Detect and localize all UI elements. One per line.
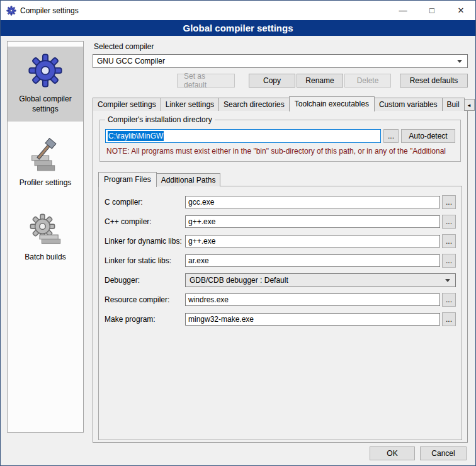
profiler-hammer-icon — [28, 138, 62, 172]
bin-subdirectory-note: NOTE: All programs must exist either in … — [106, 147, 454, 156]
cpp-compiler-label: C++ compiler: — [105, 217, 185, 226]
window-controls: — □ ✕ — [388, 1, 475, 20]
cpp-compiler-input[interactable]: g++.exe — [185, 215, 440, 228]
debugger-row: Debugger: GDB/CDB debugger : Default — [105, 273, 456, 287]
make-program-label: Make program: — [105, 315, 185, 324]
sidebar-item-label: Batch builds — [9, 253, 81, 263]
linker-static-label: Linker for static libs: — [105, 256, 185, 265]
linker-dynamic-input[interactable]: g++.exe — [185, 235, 440, 247]
dialog-body: Global compiler settings Profiler settin… — [1, 36, 475, 465]
toolchain-subtab-bar: Program Files Additional Paths — [98, 172, 462, 186]
sidebar-item-profiler-settings[interactable]: Profiler settings — [8, 132, 83, 196]
make-program-row: Make program: mingw32-make.exe ... — [105, 312, 456, 326]
cpp-compiler-value: g++.exe — [188, 217, 215, 226]
maximize-button[interactable]: □ — [417, 1, 446, 20]
tab-compiler-settings[interactable]: Compiler settings — [93, 98, 161, 111]
auto-detect-button[interactable]: Auto-detect — [401, 129, 455, 143]
cpp-compiler-row: C++ compiler: g++.exe ... — [105, 215, 456, 229]
installation-directory-input[interactable]: C:\raylib\MinGW — [105, 129, 381, 143]
linker-static-browse-button[interactable]: ... — [442, 254, 456, 268]
minimize-icon: — — [399, 6, 407, 15]
cancel-button[interactable]: Cancel — [420, 446, 467, 460]
tab-toolchain-executables[interactable]: Toolchain executables — [289, 96, 375, 111]
set-as-default-button[interactable]: Set as default — [177, 74, 235, 88]
reset-defaults-button[interactable]: Reset defaults — [400, 74, 468, 88]
linker-dynamic-label: Linker for dynamic libs: — [105, 237, 185, 246]
arrow-left-icon: ◂ — [468, 102, 471, 108]
debugger-combobox[interactable]: GDB/CDB debugger : Default — [185, 273, 456, 287]
linker-dynamic-browse-button[interactable]: ... — [442, 234, 456, 248]
delete-button[interactable]: Delete — [344, 74, 391, 88]
tab-scroll-buttons: ◂ ▸ — [464, 99, 476, 111]
installation-directory-value: C:\raylib\MinGW — [108, 131, 164, 141]
tab-linker-settings[interactable]: Linker settings — [161, 98, 219, 111]
installation-directory-groupbox: Compiler's installation directory C:\ray… — [99, 120, 461, 162]
chevron-down-icon — [457, 60, 462, 63]
installation-directory-browse-button[interactable]: ... — [383, 129, 399, 143]
program-files-section: Program Files Additional Paths C compile… — [98, 172, 462, 440]
maximize-icon: □ — [429, 6, 434, 15]
tab-scroll-left-button[interactable]: ◂ — [464, 99, 475, 111]
linker-dynamic-row: Linker for dynamic libs: g++.exe ... — [105, 234, 456, 248]
installation-directory-row: C:\raylib\MinGW ... Auto-detect — [105, 129, 455, 143]
ok-button[interactable]: OK — [370, 446, 415, 460]
main-panel: Selected compiler GNU GCC Compiler Set a… — [93, 40, 468, 443]
app-gear-icon — [6, 6, 16, 16]
resource-compiler-label: Resource compiler: — [105, 295, 185, 304]
sidebar-item-batch-builds[interactable]: Batch builds — [8, 206, 83, 270]
compiler-settings-window: Compiler settings — □ ✕ Global compiler … — [0, 0, 476, 466]
debugger-label: Debugger: — [105, 276, 185, 285]
make-program-input[interactable]: mingw32-make.exe — [185, 313, 440, 326]
sidebar-item-label: Global compiler settings — [9, 94, 81, 114]
sidebar-item-label: Profiler settings — [9, 178, 81, 188]
linker-dynamic-value: g++.exe — [188, 237, 215, 246]
subtab-program-files[interactable]: Program Files — [98, 172, 157, 187]
selected-compiler-combobox[interactable]: GNU GCC Compiler — [93, 54, 468, 68]
resource-compiler-input[interactable]: windres.exe — [185, 293, 440, 306]
linker-static-input[interactable]: ar.exe — [185, 254, 440, 267]
linker-static-row: Linker for static libs: ar.exe ... — [105, 254, 456, 268]
close-icon: ✕ — [458, 6, 465, 15]
dialog-footer: OK Cancel — [370, 446, 467, 460]
subtab-additional-paths[interactable]: Additional Paths — [156, 173, 221, 186]
blue-gear-icon — [28, 53, 63, 88]
c-compiler-row: C compiler: gcc.exe ... — [105, 195, 456, 209]
toolchain-executables-page: Compiler's installation directory C:\ray… — [93, 110, 468, 443]
c-compiler-label: C compiler: — [105, 198, 185, 207]
gray-gear-stack-icon — [28, 212, 62, 246]
resource-compiler-value: windres.exe — [188, 295, 229, 304]
installation-directory-title: Compiler's installation directory — [105, 115, 215, 124]
chevron-down-icon — [445, 279, 450, 282]
selected-compiler-caption: Selected compiler — [94, 42, 468, 51]
cpp-compiler-browse-button[interactable]: ... — [442, 215, 456, 229]
c-compiler-value: gcc.exe — [188, 198, 214, 207]
program-files-page: C compiler: gcc.exe ... C++ compiler: g+… — [98, 186, 462, 440]
linker-static-value: ar.exe — [188, 256, 209, 265]
resource-compiler-browse-button[interactable]: ... — [442, 293, 456, 307]
resource-compiler-row: Resource compiler: windres.exe ... — [105, 293, 456, 307]
copy-button[interactable]: Copy — [249, 74, 295, 88]
title-bar: Compiler settings — □ ✕ — [1, 1, 475, 20]
settings-sidebar: Global compiler settings Profiler settin… — [7, 41, 84, 433]
close-button[interactable]: ✕ — [446, 1, 475, 20]
tab-build-options-truncated[interactable]: Buil — [442, 98, 465, 111]
sidebar-item-global-compiler-settings[interactable]: Global compiler settings — [8, 47, 83, 122]
rename-button[interactable]: Rename — [297, 74, 343, 88]
compiler-buttons-row: Set as default Copy Rename Delete Reset … — [93, 74, 468, 88]
debugger-value: GDB/CDB debugger : Default — [190, 276, 288, 285]
settings-tab-bar: Compiler settings Linker settings Search… — [93, 96, 468, 111]
minimize-button[interactable]: — — [388, 1, 417, 20]
make-program-browse-button[interactable]: ... — [442, 312, 456, 326]
tab-custom-variables[interactable]: Custom variables — [374, 98, 443, 111]
make-program-value: mingw32-make.exe — [188, 315, 254, 324]
c-compiler-input[interactable]: gcc.exe — [185, 196, 440, 208]
tab-search-directories[interactable]: Search directories — [218, 98, 290, 111]
c-compiler-browse-button[interactable]: ... — [442, 195, 456, 209]
selected-compiler-value: GNU GCC Compiler — [97, 57, 165, 65]
dialog-header: Global compiler settings — [1, 20, 475, 36]
window-title: Compiler settings — [20, 6, 79, 15]
